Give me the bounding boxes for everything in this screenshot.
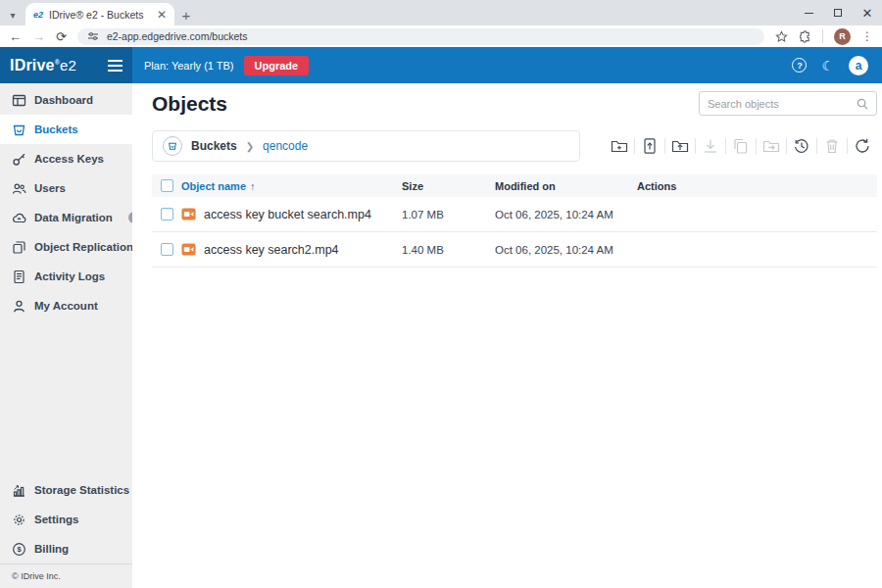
sidebar-item-label: Billing [34,543,69,555]
upload-folder-button[interactable] [665,134,695,158]
breadcrumb-buckets-link[interactable]: Buckets [191,139,237,153]
sidebar-item-settings[interactable]: Settings [0,505,132,534]
search-icon[interactable] [857,98,868,110]
sidebar-item-label: Buckets [34,123,78,135]
column-header-actions: Actions [637,180,877,192]
column-header-size[interactable]: Size [402,180,495,192]
sidebar-item-activity-logs[interactable]: Activity Logs [0,262,132,291]
bucket-icon [12,122,26,137]
copy-button[interactable] [726,134,756,158]
video-file-icon [181,242,196,257]
idrive-e2-logo[interactable]: IDrive®e2 [10,57,76,74]
object-size: 1.07 MB [402,209,495,220]
object-toolbar [605,134,877,158]
header-actions: ? ☾ a [792,56,882,75]
row-checkbox[interactable] [161,208,173,220]
tab-title: IDrive® e2 - Buckets [49,9,151,21]
sidebar-item-users[interactable]: Users [0,173,132,203]
svg-text:$: $ [17,545,22,554]
bookmark-star-icon[interactable] [775,30,788,43]
dashboard-icon [12,93,26,108]
activity-logs-icon [12,270,26,284]
select-all-checkbox[interactable] [161,179,173,192]
sidebar-item-my-account[interactable]: My Account [0,291,132,320]
sidebar-item-dashboard[interactable]: Dashboard [0,85,132,115]
window-maximize-button[interactable] [823,0,853,25]
site-settings-icon[interactable] [87,30,99,42]
search-box [699,91,877,116]
sidebar-item-label: Data Migration [34,212,113,223]
forward-icon[interactable]: → [32,30,45,43]
sidebar-item-label: Object Replication [34,241,133,253]
main-content: Objects Buckets ❯ qencode [132,83,882,588]
settings-gear-icon [12,513,26,527]
maximize-icon [834,9,842,17]
url-text: e2-app.edgedrive.com/buckets [107,30,248,42]
window-close-button[interactable]: ✕ [853,0,882,25]
sidebar-item-label: Dashboard [34,94,93,106]
new-tab-button[interactable]: + [174,4,198,25]
download-button[interactable] [696,134,725,158]
column-header-modified[interactable]: Modified on [495,180,637,192]
table-row[interactable]: access key search2.mp4 1.40 MB Oct 06, 2… [152,232,877,268]
object-name-link[interactable]: access key search2.mp4 [204,243,339,257]
sidebar-item-billing[interactable]: $ Billing [0,534,132,564]
plan-label: Plan: Yearly (1 TB) [144,60,234,72]
object-size: 1.40 MB [402,244,495,256]
window-minimize-button[interactable] [794,0,823,25]
billing-icon: $ [12,542,26,557]
table-row[interactable]: access key bucket search.mp4 1.07 MB Oct… [152,197,877,232]
sidebar-item-label: Storage Statistics [34,484,129,496]
breadcrumb-current-bucket[interactable]: qencode [263,139,308,153]
sidebar-item-data-migration[interactable]: Data Migration ? [0,203,132,232]
browser-menu-icon[interactable]: ⋮ [861,29,873,43]
account-avatar[interactable]: a [849,56,868,75]
logo-area: IDrive®e2 [0,47,132,83]
create-folder-button[interactable] [605,134,634,158]
storage-statistics-icon [12,483,26,498]
addressbar-divider [822,29,823,43]
versions-history-button[interactable] [787,134,816,158]
move-button[interactable] [757,134,786,158]
bucket-root-icon[interactable] [163,136,182,156]
delete-button[interactable] [817,134,847,158]
object-modified: Oct 06, 2025, 10:24 AM [495,209,637,220]
window-controls: ✕ [794,0,882,25]
search-input[interactable] [708,98,851,110]
tab-search-chevron-icon[interactable]: ▾ [0,4,25,25]
reload-icon[interactable]: ⟳ [56,30,67,43]
column-header-object-name[interactable]: Object name ↑ [181,180,402,192]
refresh-button[interactable] [848,134,877,158]
my-account-icon [12,299,26,314]
row-checkbox[interactable] [161,243,173,256]
sidebar-item-buckets[interactable]: Buckets [0,115,132,144]
sidebar-bottom-group: Storage Statistics Settings $ Billing [0,475,132,588]
chevron-right-icon: ❯ [246,141,254,152]
sidebar-item-label: Users [34,182,66,194]
sidebar-item-label: Activity Logs [34,270,105,282]
browser-tabstrip: ▾ e2 IDrive® e2 - Buckets ✕ + ✕ [0,0,882,25]
minimize-icon [805,13,813,14]
help-icon[interactable]: ? [792,58,807,73]
upgrade-button[interactable]: Upgrade [244,56,310,75]
cloud-migration-icon [12,211,26,225]
tab-favicon-icon: e2 [33,10,43,20]
back-icon[interactable]: ← [9,30,22,43]
object-name-link[interactable]: access key bucket search.mp4 [204,208,371,221]
browser-tab[interactable]: e2 IDrive® e2 - Buckets ✕ [25,3,174,25]
browser-addressbar: ← → ⟳ e2-app.edgedrive.com/buckets R ⋮ [0,25,882,47]
tab-close-icon[interactable]: ✕ [157,9,167,21]
browser-profile-avatar[interactable]: R [834,28,851,45]
url-bar[interactable]: e2-app.edgedrive.com/buckets [77,28,764,45]
sidebar-item-storage-statistics[interactable]: Storage Statistics [0,475,132,505]
extensions-icon[interactable] [799,30,811,43]
hamburger-menu-icon[interactable] [108,60,122,72]
table-header-row: Object name ↑ Size Modified on Actions [152,174,877,197]
sidebar-item-access-keys[interactable]: Access Keys [0,144,132,173]
sidebar-item-label: Settings [34,514,78,525]
sidebar-item-object-replication[interactable]: Object Replication NEW ? [0,232,132,262]
dark-mode-moon-icon[interactable]: ☾ [821,58,834,74]
breadcrumb: Buckets ❯ qencode [152,130,580,162]
upload-file-button[interactable] [635,134,664,158]
page-title: Objects [152,92,227,116]
